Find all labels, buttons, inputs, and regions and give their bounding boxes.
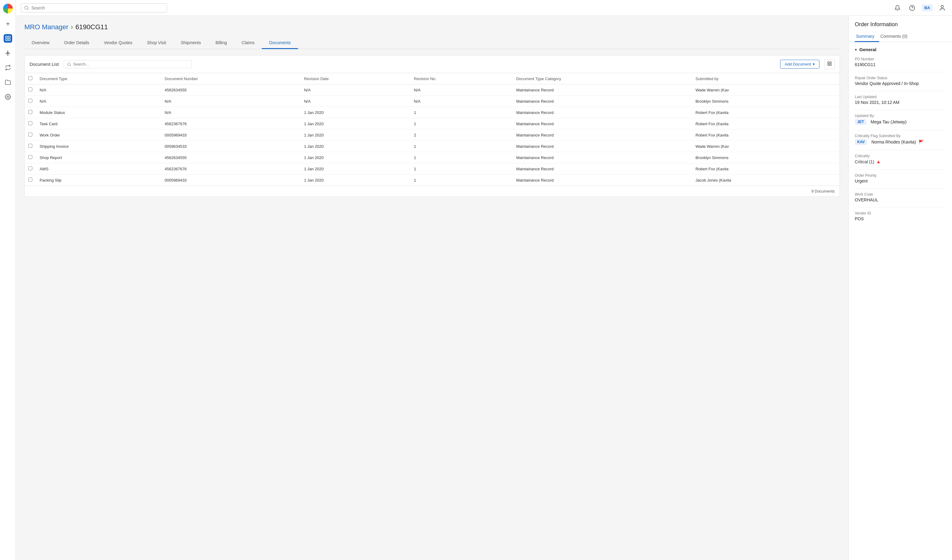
tab-billing[interactable]: Billing: [208, 37, 234, 49]
header-actions: BA: [893, 3, 947, 13]
cell-category: Maintainance Record: [513, 96, 692, 107]
order-priority-label: Order Priority: [855, 173, 946, 177]
select-all-checkbox[interactable]: [28, 76, 32, 80]
tab-claims[interactable]: Claims: [234, 37, 262, 49]
cell-doc-number: 0059634533: [161, 141, 300, 152]
row-checkbox-3[interactable]: [28, 121, 32, 125]
criticality-flag-name: Norma Rhodes (Kavita): [871, 140, 916, 144]
criticality-flag-tag: KAV: [855, 139, 867, 145]
cell-rev-no: N/A: [410, 84, 513, 96]
add-document-button[interactable]: Add Document ▾: [780, 60, 819, 69]
right-panel-body: ▾ General PO Number 6190CG11 Repair Orde…: [849, 42, 952, 231]
repair-status-label: Repair Order Status: [855, 76, 946, 80]
cell-rev-date: 1 Jan 2020: [300, 130, 411, 141]
tab-documents[interactable]: Documents: [262, 37, 298, 49]
tab-vendor-quotes[interactable]: Vendor Quotes: [97, 37, 139, 49]
cell-rev-no: 1: [410, 174, 513, 186]
app-logo[interactable]: [3, 4, 13, 14]
chevron-down-icon: ▾: [813, 62, 815, 66]
work-code-value: OVERHAUL: [855, 197, 946, 202]
row-checkbox-1[interactable]: [28, 99, 32, 103]
cell-rev-no: 1: [410, 118, 513, 130]
sidebar-transfer-icon[interactable]: [4, 63, 12, 72]
divider-4: [855, 130, 946, 130]
last-updated-group: Last Updated 19 Nov 2021, 10:12 AM: [855, 95, 946, 105]
table-row: Shipping Invoice 0059634533 1 Jan 2020 1…: [25, 141, 839, 152]
cell-submitted-by: Robert Fox (Kavita: [692, 163, 839, 174]
right-panel-tabs: Summary Comments (0): [855, 31, 946, 42]
tab-order-details[interactable]: Order Details: [57, 37, 96, 49]
cell-category: Maintainance Record: [513, 84, 692, 96]
svg-rect-2: [6, 36, 7, 38]
cell-doc-type: Shop Report: [36, 152, 161, 163]
table-footer: 9 Documents: [25, 185, 839, 196]
vendor-id-value: POS: [855, 216, 946, 221]
svg-rect-3: [8, 36, 10, 38]
breadcrumb: MRO Manager › 6190CG11: [25, 23, 840, 31]
sidebar-folder-icon[interactable]: [4, 78, 12, 86]
search-bar[interactable]: [21, 3, 167, 12]
cell-doc-type: Shipping Invoice: [36, 141, 161, 152]
user-menu-button[interactable]: [937, 3, 947, 13]
cell-doc-type: Task Card: [36, 118, 161, 130]
svg-rect-4: [6, 39, 7, 41]
work-code-label: Work Code: [855, 192, 946, 196]
row-checkbox-0[interactable]: [28, 88, 32, 91]
cell-category: Maintainance Record: [513, 163, 692, 174]
breadcrumb-current: 6190CG11: [76, 23, 108, 31]
svg-point-11: [941, 5, 943, 7]
updated-by-tag: JET: [855, 119, 866, 125]
notifications-button[interactable]: [893, 3, 903, 13]
divider-1: [855, 72, 946, 72]
cell-category: Maintainance Record: [513, 118, 692, 130]
row-checkbox-8[interactable]: [28, 177, 32, 182]
grid-view-button[interactable]: [824, 59, 835, 69]
right-tab-comments[interactable]: Comments (0): [879, 31, 912, 42]
cell-doc-number: 4562367676: [161, 163, 300, 174]
search-input[interactable]: [31, 6, 164, 10]
grid-icon: [827, 61, 832, 66]
cell-rev-no: N/A: [410, 96, 513, 107]
user-initials-badge: BA: [922, 4, 932, 11]
cell-doc-type: N/A: [36, 96, 161, 107]
cell-rev-no: 1: [410, 107, 513, 118]
sidebar-dashboard-icon[interactable]: [4, 34, 12, 43]
tab-shipments[interactable]: Shipments: [173, 37, 208, 49]
last-updated-value: 19 Nov 2021, 10:12 AM: [855, 100, 946, 105]
sidebar-settings-icon[interactable]: [4, 93, 12, 101]
sidebar-plane-icon[interactable]: [4, 49, 12, 57]
cell-submitted-by: Robert Fox (Kavita: [692, 118, 839, 130]
doc-search-icon: [67, 62, 71, 66]
cell-doc-number: 0005969433: [161, 174, 300, 186]
help-icon: [909, 5, 915, 11]
table-row: N/A N/A N/A N/A Maintainance Record Broo…: [25, 96, 839, 107]
sidebar-add-icon[interactable]: [4, 20, 12, 28]
search-icon: [24, 6, 29, 10]
right-panel-title: Order Information: [855, 21, 946, 28]
general-section-title: General: [859, 47, 876, 52]
cell-rev-no: 1: [410, 163, 513, 174]
doc-search-input[interactable]: [73, 62, 189, 66]
row-checkbox-7[interactable]: [28, 167, 32, 170]
help-button[interactable]: [907, 3, 917, 13]
table-row: Packing Slip 0005969433 1 Jan 2020 1 Mai…: [25, 174, 839, 186]
cell-doc-type: Work Order: [36, 130, 161, 141]
cell-rev-date: 1 Jan 2020: [300, 107, 411, 118]
row-checkbox-4[interactable]: [28, 133, 32, 136]
criticality-group: Criticality Critical (1) ▲: [855, 154, 946, 165]
breadcrumb-link[interactable]: MRO Manager: [25, 23, 68, 31]
svg-point-12: [68, 62, 70, 65]
doc-search-bar[interactable]: [64, 60, 192, 68]
tab-overview[interactable]: Overview: [25, 37, 57, 49]
tab-shop-visit[interactable]: Shop Visit: [139, 37, 173, 49]
svg-rect-15: [830, 62, 831, 63]
cell-rev-date: 1 Jan 2020: [300, 163, 411, 174]
row-checkbox-2[interactable]: [28, 110, 32, 114]
repair-status-value: Vendor Quote Approved / In-Shop: [855, 81, 946, 86]
flag-icon: 🚩: [918, 140, 924, 144]
row-checkbox-5[interactable]: [28, 144, 32, 148]
row-checkbox-6[interactable]: [28, 155, 32, 159]
right-tab-summary[interactable]: Summary: [855, 31, 879, 42]
user-icon: [939, 5, 946, 11]
vendor-id-group: Vendor ID POS: [855, 211, 946, 221]
